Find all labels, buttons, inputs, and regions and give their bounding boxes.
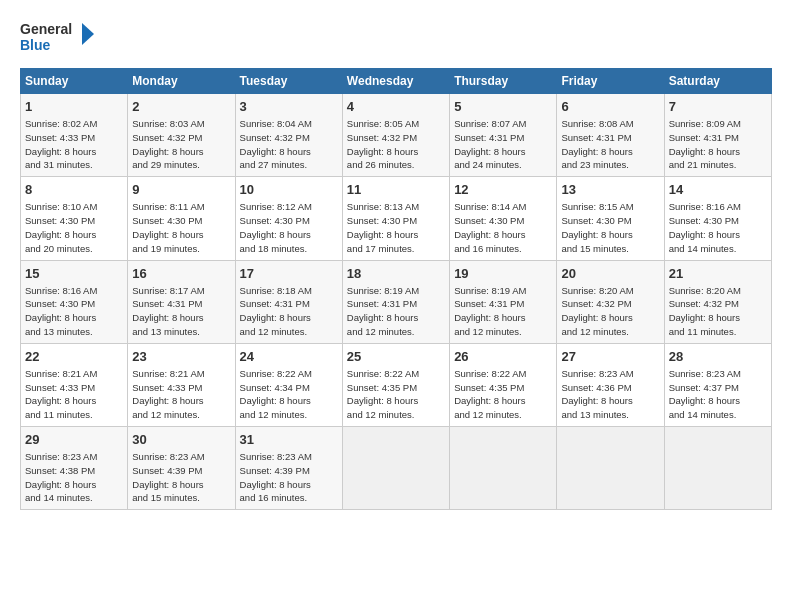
logo-svg: General Blue: [20, 18, 100, 60]
calendar-cell: 14Sunrise: 8:16 AM Sunset: 4:30 PM Dayli…: [664, 177, 771, 260]
calendar-week-row: 15Sunrise: 8:16 AM Sunset: 4:30 PM Dayli…: [21, 260, 772, 343]
calendar-cell: 28Sunrise: 8:23 AM Sunset: 4:37 PM Dayli…: [664, 343, 771, 426]
calendar-cell: 24Sunrise: 8:22 AM Sunset: 4:34 PM Dayli…: [235, 343, 342, 426]
calendar-cell: 16Sunrise: 8:17 AM Sunset: 4:31 PM Dayli…: [128, 260, 235, 343]
day-info: Sunrise: 8:04 AM Sunset: 4:32 PM Dayligh…: [240, 117, 338, 172]
calendar-body: 1Sunrise: 8:02 AM Sunset: 4:33 PM Daylig…: [21, 94, 772, 510]
calendar-cell: 9Sunrise: 8:11 AM Sunset: 4:30 PM Daylig…: [128, 177, 235, 260]
day-info: Sunrise: 8:08 AM Sunset: 4:31 PM Dayligh…: [561, 117, 659, 172]
day-number: 11: [347, 181, 445, 199]
day-number: 27: [561, 348, 659, 366]
calendar-cell: 7Sunrise: 8:09 AM Sunset: 4:31 PM Daylig…: [664, 94, 771, 177]
day-number: 28: [669, 348, 767, 366]
day-info: Sunrise: 8:23 AM Sunset: 4:37 PM Dayligh…: [669, 367, 767, 422]
calendar-cell: 27Sunrise: 8:23 AM Sunset: 4:36 PM Dayli…: [557, 343, 664, 426]
day-info: Sunrise: 8:21 AM Sunset: 4:33 PM Dayligh…: [132, 367, 230, 422]
calendar-cell: 17Sunrise: 8:18 AM Sunset: 4:31 PM Dayli…: [235, 260, 342, 343]
day-number: 30: [132, 431, 230, 449]
calendar-header-monday: Monday: [128, 69, 235, 94]
day-number: 17: [240, 265, 338, 283]
calendar-header-sunday: Sunday: [21, 69, 128, 94]
day-number: 14: [669, 181, 767, 199]
day-info: Sunrise: 8:03 AM Sunset: 4:32 PM Dayligh…: [132, 117, 230, 172]
calendar-week-row: 22Sunrise: 8:21 AM Sunset: 4:33 PM Dayli…: [21, 343, 772, 426]
day-number: 19: [454, 265, 552, 283]
calendar-cell: 10Sunrise: 8:12 AM Sunset: 4:30 PM Dayli…: [235, 177, 342, 260]
day-info: Sunrise: 8:22 AM Sunset: 4:35 PM Dayligh…: [454, 367, 552, 422]
day-number: 16: [132, 265, 230, 283]
day-number: 1: [25, 98, 123, 116]
day-info: Sunrise: 8:22 AM Sunset: 4:35 PM Dayligh…: [347, 367, 445, 422]
calendar-header-wednesday: Wednesday: [342, 69, 449, 94]
day-number: 10: [240, 181, 338, 199]
calendar-cell: [664, 427, 771, 510]
calendar-cell: 1Sunrise: 8:02 AM Sunset: 4:33 PM Daylig…: [21, 94, 128, 177]
day-info: Sunrise: 8:19 AM Sunset: 4:31 PM Dayligh…: [347, 284, 445, 339]
day-number: 31: [240, 431, 338, 449]
day-info: Sunrise: 8:16 AM Sunset: 4:30 PM Dayligh…: [25, 284, 123, 339]
day-number: 21: [669, 265, 767, 283]
day-number: 13: [561, 181, 659, 199]
day-info: Sunrise: 8:07 AM Sunset: 4:31 PM Dayligh…: [454, 117, 552, 172]
day-number: 3: [240, 98, 338, 116]
calendar-cell: 11Sunrise: 8:13 AM Sunset: 4:30 PM Dayli…: [342, 177, 449, 260]
svg-text:General: General: [20, 21, 72, 37]
calendar-header-friday: Friday: [557, 69, 664, 94]
day-number: 24: [240, 348, 338, 366]
calendar-cell: [557, 427, 664, 510]
day-number: 4: [347, 98, 445, 116]
day-info: Sunrise: 8:19 AM Sunset: 4:31 PM Dayligh…: [454, 284, 552, 339]
day-number: 5: [454, 98, 552, 116]
svg-marker-2: [82, 23, 94, 45]
calendar-week-row: 29Sunrise: 8:23 AM Sunset: 4:38 PM Dayli…: [21, 427, 772, 510]
calendar-cell: 13Sunrise: 8:15 AM Sunset: 4:30 PM Dayli…: [557, 177, 664, 260]
day-info: Sunrise: 8:02 AM Sunset: 4:33 PM Dayligh…: [25, 117, 123, 172]
calendar-cell: 21Sunrise: 8:20 AM Sunset: 4:32 PM Dayli…: [664, 260, 771, 343]
calendar-cell: 4Sunrise: 8:05 AM Sunset: 4:32 PM Daylig…: [342, 94, 449, 177]
calendar-cell: 8Sunrise: 8:10 AM Sunset: 4:30 PM Daylig…: [21, 177, 128, 260]
calendar-cell: 18Sunrise: 8:19 AM Sunset: 4:31 PM Dayli…: [342, 260, 449, 343]
day-number: 26: [454, 348, 552, 366]
calendar-header-saturday: Saturday: [664, 69, 771, 94]
day-info: Sunrise: 8:23 AM Sunset: 4:39 PM Dayligh…: [240, 450, 338, 505]
day-number: 20: [561, 265, 659, 283]
day-number: 23: [132, 348, 230, 366]
calendar-cell: 22Sunrise: 8:21 AM Sunset: 4:33 PM Dayli…: [21, 343, 128, 426]
page: General Blue SundayMondayTuesdayWednesda…: [0, 0, 792, 520]
day-info: Sunrise: 8:09 AM Sunset: 4:31 PM Dayligh…: [669, 117, 767, 172]
day-info: Sunrise: 8:14 AM Sunset: 4:30 PM Dayligh…: [454, 200, 552, 255]
day-number: 6: [561, 98, 659, 116]
calendar-cell: 12Sunrise: 8:14 AM Sunset: 4:30 PM Dayli…: [450, 177, 557, 260]
day-number: 18: [347, 265, 445, 283]
svg-text:Blue: Blue: [20, 37, 51, 53]
day-number: 2: [132, 98, 230, 116]
calendar-cell: 5Sunrise: 8:07 AM Sunset: 4:31 PM Daylig…: [450, 94, 557, 177]
header: General Blue: [20, 18, 772, 60]
day-info: Sunrise: 8:05 AM Sunset: 4:32 PM Dayligh…: [347, 117, 445, 172]
day-number: 9: [132, 181, 230, 199]
calendar-cell: 23Sunrise: 8:21 AM Sunset: 4:33 PM Dayli…: [128, 343, 235, 426]
day-info: Sunrise: 8:20 AM Sunset: 4:32 PM Dayligh…: [669, 284, 767, 339]
calendar-cell: 2Sunrise: 8:03 AM Sunset: 4:32 PM Daylig…: [128, 94, 235, 177]
calendar-cell: 31Sunrise: 8:23 AM Sunset: 4:39 PM Dayli…: [235, 427, 342, 510]
day-info: Sunrise: 8:20 AM Sunset: 4:32 PM Dayligh…: [561, 284, 659, 339]
calendar-cell: 29Sunrise: 8:23 AM Sunset: 4:38 PM Dayli…: [21, 427, 128, 510]
calendar-cell: 25Sunrise: 8:22 AM Sunset: 4:35 PM Dayli…: [342, 343, 449, 426]
day-info: Sunrise: 8:23 AM Sunset: 4:36 PM Dayligh…: [561, 367, 659, 422]
calendar-header-thursday: Thursday: [450, 69, 557, 94]
calendar-cell: 30Sunrise: 8:23 AM Sunset: 4:39 PM Dayli…: [128, 427, 235, 510]
day-number: 8: [25, 181, 123, 199]
day-number: 15: [25, 265, 123, 283]
calendar-header-tuesday: Tuesday: [235, 69, 342, 94]
calendar-cell: 15Sunrise: 8:16 AM Sunset: 4:30 PM Dayli…: [21, 260, 128, 343]
day-number: 12: [454, 181, 552, 199]
day-info: Sunrise: 8:18 AM Sunset: 4:31 PM Dayligh…: [240, 284, 338, 339]
day-info: Sunrise: 8:16 AM Sunset: 4:30 PM Dayligh…: [669, 200, 767, 255]
logo: General Blue: [20, 18, 100, 60]
calendar-cell: 6Sunrise: 8:08 AM Sunset: 4:31 PM Daylig…: [557, 94, 664, 177]
day-info: Sunrise: 8:22 AM Sunset: 4:34 PM Dayligh…: [240, 367, 338, 422]
calendar-cell: 3Sunrise: 8:04 AM Sunset: 4:32 PM Daylig…: [235, 94, 342, 177]
calendar-cell: [450, 427, 557, 510]
day-info: Sunrise: 8:11 AM Sunset: 4:30 PM Dayligh…: [132, 200, 230, 255]
day-info: Sunrise: 8:17 AM Sunset: 4:31 PM Dayligh…: [132, 284, 230, 339]
